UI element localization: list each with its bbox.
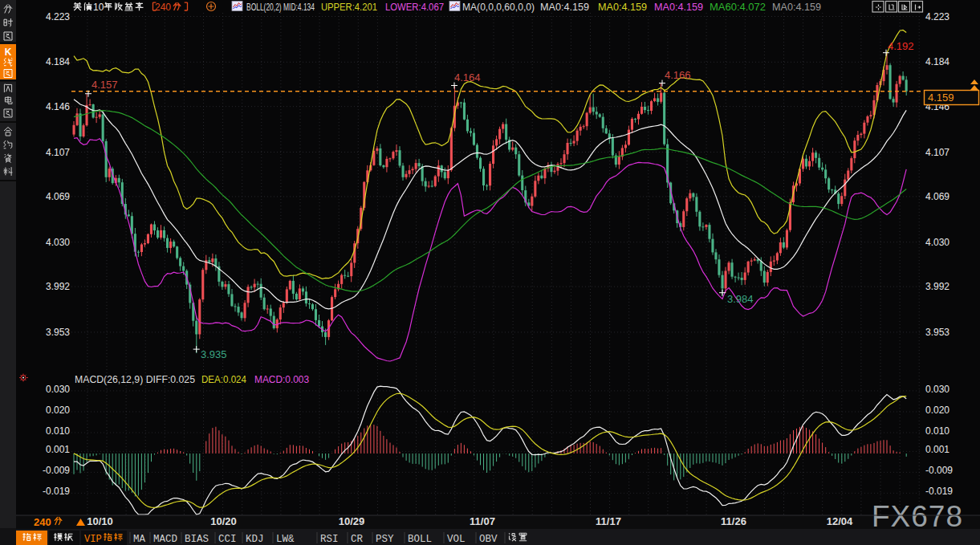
svg-text:3.953: 3.953 (46, 327, 70, 338)
svg-text:0.020: 0.020 (925, 405, 950, 416)
svg-text:4.223: 4.223 (46, 11, 70, 22)
svg-text:0.010: 0.010 (925, 425, 950, 437)
svg-text:LW&: LW& (276, 534, 295, 545)
svg-text:0.020: 0.020 (46, 405, 70, 416)
svg-text:KDJ: KDJ (246, 534, 264, 545)
svg-text:11/07: 11/07 (470, 515, 495, 527)
svg-text:0.001: 0.001 (925, 444, 950, 455)
svg-text:PSY: PSY (376, 534, 394, 545)
svg-text:3.953: 3.953 (925, 327, 950, 338)
svg-text:4.166: 4.166 (665, 69, 691, 81)
svg-text:4.223: 4.223 (925, 11, 950, 22)
svg-text:4.146: 4.146 (46, 101, 70, 112)
svg-text:BOLL(20,2) MID:4.134: BOLL(20,2) MID:4.134 (246, 2, 315, 13)
svg-text:3.992: 3.992 (925, 281, 950, 292)
svg-text:240: 240 (34, 516, 51, 528)
svg-text:-0.019: -0.019 (925, 486, 953, 497)
svg-text:-0.019: -0.019 (43, 486, 70, 497)
svg-text:4.184: 4.184 (46, 56, 70, 67)
svg-text:MACD(26,12,9) DIFF:0.025: MACD(26,12,9) DIFF:0.025 (75, 374, 195, 385)
svg-text:4.069: 4.069 (46, 191, 70, 202)
svg-text:CCI: CCI (218, 534, 237, 545)
svg-text:4.164: 4.164 (454, 71, 481, 83)
svg-text:0.001: 0.001 (46, 444, 70, 455)
svg-text:MA0:4.159: MA0:4.159 (540, 2, 589, 13)
svg-text:0.030: 0.030 (46, 384, 70, 395)
svg-text:4.157: 4.157 (91, 79, 118, 91)
svg-text:MACD: MACD (153, 534, 177, 545)
svg-text:MA(0,0,0,60,0,0): MA(0,0,0,60,0,0) (462, 2, 535, 13)
svg-text:DEA:0.024: DEA:0.024 (201, 374, 246, 385)
svg-text:MACD:0.003: MACD:0.003 (254, 374, 309, 385)
svg-text:4.192: 4.192 (888, 40, 914, 52)
svg-text:4.184: 4.184 (925, 56, 950, 67)
svg-text:0.010: 0.010 (46, 425, 70, 437)
svg-text:4.069: 4.069 (925, 191, 950, 202)
svg-text:12/04: 12/04 (827, 515, 853, 527)
svg-text:10: 10 (93, 2, 104, 13)
svg-text:BIAS: BIAS (185, 534, 209, 545)
svg-text:4.030: 4.030 (46, 237, 70, 248)
svg-text:3.935: 3.935 (201, 348, 227, 360)
svg-text:OBV: OBV (479, 534, 498, 545)
svg-text:3.984: 3.984 (727, 293, 754, 305)
svg-text:MA: MA (133, 534, 146, 545)
svg-text:4.107: 4.107 (46, 147, 70, 158)
svg-text:0.030: 0.030 (925, 384, 950, 395)
svg-text:CR: CR (351, 534, 364, 545)
svg-text:-0.009: -0.009 (43, 465, 70, 476)
svg-text:10/29: 10/29 (339, 515, 365, 527)
svg-text:MA0:4.159: MA0:4.159 (772, 2, 821, 13)
svg-text:4.107: 4.107 (925, 147, 950, 158)
svg-text:MA60:4.072: MA60:4.072 (710, 2, 766, 13)
svg-text:10/10: 10/10 (87, 515, 113, 527)
svg-text:-0.009: -0.009 (925, 465, 953, 476)
svg-text:10/20: 10/20 (210, 515, 237, 527)
svg-text:MA0:4.159: MA0:4.159 (598, 2, 647, 13)
svg-text:MA0:4.159: MA0:4.159 (654, 2, 703, 13)
svg-text:11/17: 11/17 (596, 515, 621, 527)
svg-text:VOL: VOL (447, 534, 466, 545)
svg-text:BOLL: BOLL (408, 534, 432, 545)
svg-text:RSI: RSI (320, 534, 339, 545)
svg-text:4.159: 4.159 (928, 92, 954, 104)
svg-text:LOWER:4.067: LOWER:4.067 (385, 2, 444, 13)
svg-text:FX678: FX678 (872, 500, 963, 533)
svg-text:240: 240 (155, 2, 171, 13)
svg-text:K: K (5, 47, 12, 58)
svg-text:11/26: 11/26 (721, 515, 746, 527)
svg-text:UPPER:4.201: UPPER:4.201 (321, 2, 377, 13)
svg-text:3.992: 3.992 (46, 281, 70, 292)
svg-text:VIP: VIP (84, 534, 102, 545)
svg-text:4.030: 4.030 (925, 237, 950, 248)
